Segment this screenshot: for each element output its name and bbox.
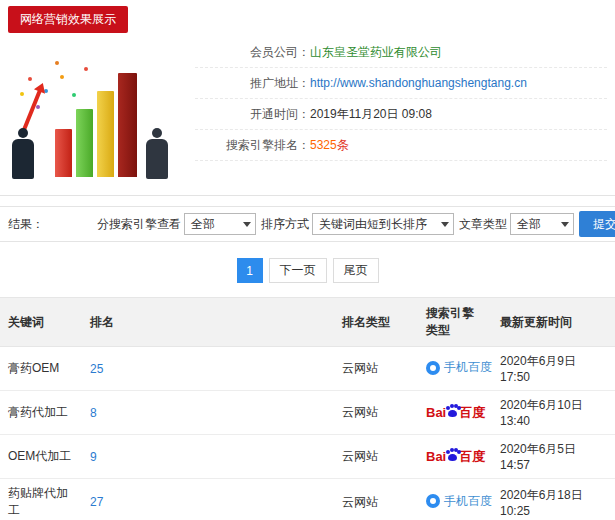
baidu-logo: Bai百度	[426, 404, 485, 422]
table-row: OEM代加工 9 云网站 Bai百度 手机百度 2020年6月5日 14:57	[0, 435, 615, 479]
search-engine-cell: Bai百度 手机百度	[418, 435, 492, 479]
company-label: 会员公司：	[195, 44, 310, 61]
table-header-row: 关键词 排名 排名类型 搜索引擎类型 最新更新时间	[0, 298, 615, 347]
header-rank-type: 排名类型	[334, 298, 418, 347]
table-row: 药贴牌代加工 27 云网站 Bai百度 手机百度 2020年6月18日 10:2…	[0, 479, 615, 520]
article-type-filter-select[interactable]: 全部	[510, 213, 574, 235]
chevron-down-icon	[243, 222, 251, 227]
engine-filter-select[interactable]: 全部	[184, 213, 256, 235]
chart-bar	[97, 91, 114, 177]
filter-controls: 分搜索引擎查看 全部 排序方式 关键词由短到长排序 文章类型 全部 提交	[97, 211, 615, 237]
confetti-dot	[84, 67, 88, 71]
company-name-link[interactable]: 山东皇圣堂药业有限公司	[310, 44, 442, 61]
sort-filter-label: 排序方式	[261, 216, 309, 233]
baidu-paw-icon	[448, 454, 457, 461]
keyword-cell: 膏药代加工	[0, 391, 82, 435]
baidu-logo: Bai百度	[426, 448, 485, 466]
confetti-dot	[28, 77, 32, 81]
engine-filter-value: 全部	[191, 216, 215, 233]
chart-bar	[118, 73, 137, 177]
person-figure	[146, 128, 168, 179]
updated-cell: 2020年6月10日 13:40	[492, 391, 615, 435]
sort-filter-group: 排序方式 关键词由短到长排序	[261, 213, 454, 235]
info-row-company: 会员公司： 山东皇圣堂药业有限公司	[195, 37, 607, 68]
promotion-url-label: 推广地址：	[195, 75, 310, 92]
mobile-baidu-logo: 手机百度	[426, 359, 492, 376]
result-label: 结果：	[8, 216, 44, 233]
next-page-button[interactable]: 下一页	[269, 258, 327, 283]
open-time-label: 开通时间：	[195, 106, 310, 123]
mobile-baidu-icon	[426, 361, 440, 375]
search-engine-cell: Bai百度 手机百度	[418, 391, 492, 435]
page-title: 网络营销效果展示	[8, 6, 128, 33]
chart-bar	[76, 109, 93, 177]
engine-filter-label: 分搜索引擎查看	[97, 216, 181, 233]
growth-arrow	[22, 90, 41, 130]
baidu-paw-icon	[448, 410, 457, 417]
sort-filter-value: 关键词由短到长排序	[319, 216, 427, 233]
updated-cell: 2020年6月18日 10:25	[492, 479, 615, 520]
chart-bar	[55, 129, 72, 177]
summary-section: 会员公司： 山东皇圣堂药业有限公司 推广地址： http://www.shand…	[0, 33, 615, 196]
filter-bar: 结果： 分搜索引擎查看 全部 排序方式 关键词由短到长排序 文章类型 全部 提交	[0, 206, 615, 242]
chevron-down-icon	[441, 222, 449, 227]
sort-filter-select[interactable]: 关键词由短到长排序	[312, 213, 454, 235]
confetti-dot	[20, 92, 24, 96]
header-keyword: 关键词	[0, 298, 82, 347]
promotion-url-link[interactable]: http://www.shandonghuangshengtang.cn	[310, 76, 527, 90]
article-type-filter-value: 全部	[517, 216, 541, 233]
confetti-dot	[55, 61, 59, 65]
submit-button[interactable]: 提交	[579, 211, 615, 237]
keyword-cell: 药贴牌代加工	[0, 479, 82, 520]
mobile-baidu-logo: 手机百度	[426, 493, 492, 510]
updated-cell: 2020年6月5日 14:57	[492, 435, 615, 479]
keyword-cell: 膏药OEM	[0, 347, 82, 391]
engine-filter-group: 分搜索引擎查看 全部	[97, 213, 256, 235]
rank-cell[interactable]: 27	[82, 479, 334, 520]
rank-cell[interactable]: 8	[82, 391, 334, 435]
table-row: 膏药代加工 8 云网站 Bai百度 手机百度 2020年6月10日 13:40	[0, 391, 615, 435]
rank-type-cell: 云网站	[334, 347, 418, 391]
rank-cell[interactable]: 9	[82, 435, 334, 479]
keyword-ranking-table: 关键词 排名 排名类型 搜索引擎类型 最新更新时间 膏药OEM 25 云网站 B…	[0, 297, 615, 520]
bar-chart-growth-illustration	[0, 37, 195, 189]
search-engine-cell: Bai百度 手机百度	[418, 479, 492, 520]
rank-count-unit: 条	[337, 137, 349, 154]
info-row-open-time: 开通时间： 2019年11月20日 09:08	[195, 99, 607, 130]
info-row-rank-count: 搜索引擎排名： 5325 条	[195, 130, 607, 161]
pagination: 1 下一页 尾页	[0, 258, 615, 283]
table-row: 膏药OEM 25 云网站 Bai百度 手机百度 2020年6月9日 17:50	[0, 347, 615, 391]
person-figure	[12, 128, 34, 179]
header-updated: 最新更新时间	[492, 298, 615, 347]
mobile-baidu-icon	[426, 494, 440, 508]
article-type-filter-group: 文章类型 全部	[459, 213, 574, 235]
rank-type-cell: 云网站	[334, 391, 418, 435]
rank-type-cell: 云网站	[334, 435, 418, 479]
confetti-dot	[36, 105, 40, 109]
confetti-dot	[72, 93, 76, 97]
open-time-value: 2019年11月20日 09:08	[310, 106, 432, 123]
chevron-down-icon	[561, 222, 569, 227]
header-engine-type: 搜索引擎类型	[418, 298, 492, 347]
search-engine-cell: Bai百度 手机百度	[418, 347, 492, 391]
page-button-current[interactable]: 1	[237, 258, 263, 283]
keyword-cell: OEM代加工	[0, 435, 82, 479]
rank-type-cell: 云网站	[334, 479, 418, 520]
confetti-dot	[60, 75, 64, 79]
header-rank: 排名	[82, 298, 334, 347]
rank-count-label: 搜索引擎排名：	[195, 137, 310, 154]
article-type-filter-label: 文章类型	[459, 216, 507, 233]
rank-cell[interactable]: 25	[82, 347, 334, 391]
info-row-url: 推广地址： http://www.shandonghuangshengtang.…	[195, 68, 607, 99]
last-page-button[interactable]: 尾页	[333, 258, 379, 283]
rank-count-value: 5325	[310, 138, 337, 152]
member-info-panel: 会员公司： 山东皇圣堂药业有限公司 推广地址： http://www.shand…	[195, 37, 615, 189]
updated-cell: 2020年6月9日 17:50	[492, 347, 615, 391]
